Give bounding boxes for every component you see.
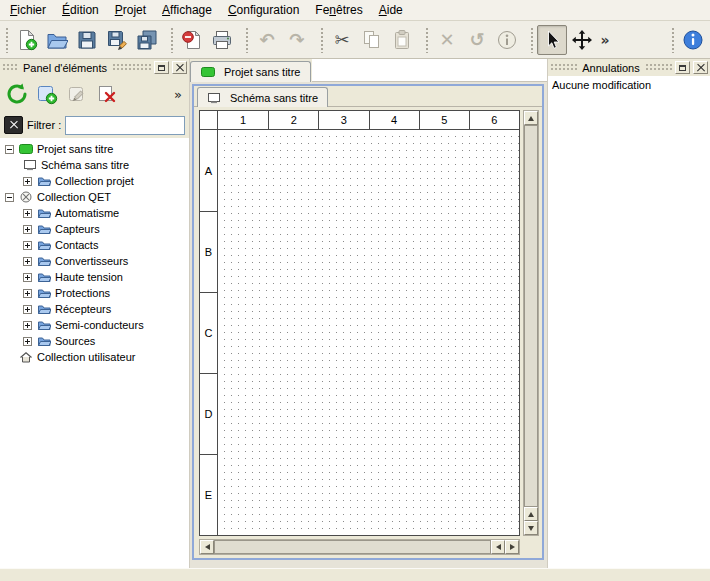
tree-item-schema-sans-titre[interactable]: Schéma sans titre <box>0 157 189 173</box>
toolbar-drag-handle[interactable] <box>530 27 534 53</box>
clear-filter-button[interactable] <box>4 116 23 134</box>
folder-icon <box>37 303 51 315</box>
diagram-canvas[interactable]: 1 2 3 4 5 6 A B C D E <box>199 110 520 536</box>
filter-row: Filtrer : <box>0 112 189 138</box>
expand-expander-icon[interactable] <box>23 321 32 330</box>
tree-item-convertisseurs[interactable]: Convertisseurs <box>0 253 189 269</box>
menu-projet[interactable]: Projet <box>107 0 154 20</box>
print-button[interactable] <box>207 25 237 55</box>
tree-item-protections[interactable]: Protections <box>0 285 189 301</box>
cut-button[interactable]: ✂ <box>327 25 357 55</box>
select-mode-button[interactable] <box>537 25 567 55</box>
redo-icon: ↷ <box>289 31 304 49</box>
new-project-button[interactable] <box>12 25 42 55</box>
scroll-right-button[interactable] <box>505 540 519 554</box>
menu-aide[interactable]: Aide <box>371 0 411 20</box>
reload-icon <box>5 82 29 106</box>
scroll-up-button[interactable] <box>524 507 538 521</box>
element-info-button[interactable] <box>492 25 522 55</box>
open-project-button[interactable] <box>42 25 72 55</box>
toolbar-overflow-button[interactable]: » <box>597 25 613 55</box>
row-header: D <box>200 373 218 454</box>
menu-fenetres[interactable]: Fenêtres <box>307 0 370 20</box>
toolbar-drag-handle[interactable] <box>245 27 249 53</box>
toolbar-drag-handle[interactable] <box>425 27 429 53</box>
tree-item-collection-utilisateur[interactable]: Collection utilisateur <box>0 349 189 365</box>
about-qet-button[interactable] <box>678 25 708 55</box>
menu-edition[interactable]: Édition <box>54 0 107 20</box>
dotted-grid[interactable] <box>218 130 519 535</box>
scroll-left-button[interactable] <box>200 540 214 554</box>
expand-expander-icon[interactable] <box>23 241 32 250</box>
vertical-scrollbar[interactable] <box>523 110 539 536</box>
undo-history-list[interactable]: Aucune modification <box>548 76 710 568</box>
horizontal-scrollbar[interactable] <box>199 539 520 555</box>
expand-expander-icon[interactable] <box>23 273 32 282</box>
row-header: C <box>200 292 218 373</box>
collapse-expander-icon[interactable] <box>5 193 14 202</box>
menu-configuration[interactable]: Configuration <box>220 0 307 20</box>
scroll-down-button[interactable] <box>524 521 538 535</box>
expand-expander-icon[interactable] <box>23 225 32 234</box>
menu-fichier[interactable]: Fichier <box>2 0 54 20</box>
expand-expander-icon[interactable] <box>23 337 32 346</box>
mdi-area: Schéma sans titre 1 2 3 4 5 6 A <box>190 82 547 568</box>
expand-expander-icon[interactable] <box>23 257 32 266</box>
tree-item-semi-conducteurs[interactable]: Semi-conducteurs <box>0 317 189 333</box>
close-panel-button[interactable] <box>693 61 708 74</box>
tree-item-capteurs[interactable]: Capteurs <box>0 221 189 237</box>
elements-collection-tree[interactable]: Projet sans titre Schéma sans titre Coll… <box>0 138 189 568</box>
toolbar-drag-handle[interactable] <box>170 27 174 53</box>
collapse-expander-icon[interactable] <box>5 145 14 154</box>
close-panel-button[interactable] <box>172 61 187 74</box>
tree-item-collection-qet[interactable]: Collection QET <box>0 189 189 205</box>
expand-expander-icon[interactable] <box>23 289 32 298</box>
tree-item-projet-sans-titre[interactable]: Projet sans titre <box>0 141 189 157</box>
scroll-left-button[interactable] <box>491 540 505 554</box>
pan-mode-button[interactable] <box>567 25 597 55</box>
undo-button[interactable]: ↶ <box>252 25 282 55</box>
paste-button[interactable] <box>387 25 417 55</box>
delete-button[interactable]: ✕ <box>432 25 462 55</box>
tab-projet-sans-titre[interactable]: Projet sans titre <box>190 61 311 82</box>
paste-icon <box>391 29 413 51</box>
tree-item-sources[interactable]: Sources <box>0 333 189 349</box>
expand-expander-icon[interactable] <box>23 177 32 186</box>
float-panel-button[interactable] <box>675 61 690 74</box>
filter-input[interactable] <box>65 116 185 135</box>
menu-affichage[interactable]: Affichage <box>154 0 220 20</box>
save-button[interactable] <box>72 25 102 55</box>
toolbar-drag-handle[interactable] <box>320 27 324 53</box>
toolbar-drag-handle[interactable] <box>5 27 9 53</box>
horizontal-scroll-thumb[interactable] <box>214 540 491 554</box>
new-element-button[interactable] <box>33 80 61 108</box>
tree-item-automatisme[interactable]: Automatisme <box>0 205 189 221</box>
tab-schema-sans-titre[interactable]: Schéma sans titre <box>197 87 328 107</box>
toolbar-drag-handle[interactable] <box>671 27 675 53</box>
expand-expander-icon[interactable] <box>23 305 32 314</box>
vertical-scroll-thumb[interactable] <box>524 125 538 507</box>
column-header: 3 <box>318 111 368 130</box>
expand-expander-icon[interactable] <box>23 209 32 218</box>
tree-item-contacts[interactable]: Contacts <box>0 237 189 253</box>
tree-item-collection-projet[interactable]: Collection projet <box>0 173 189 189</box>
close-file-button[interactable] <box>177 25 207 55</box>
tree-item-haute-tension[interactable]: Haute tension <box>0 269 189 285</box>
copy-button[interactable] <box>357 25 387 55</box>
rotate-button[interactable]: ↺ <box>462 25 492 55</box>
tree-item-recepteurs[interactable]: Récepteurs <box>0 301 189 317</box>
delete-element-button[interactable] <box>93 80 121 108</box>
save-all-button[interactable] <box>132 25 162 55</box>
schema-icon <box>207 92 221 104</box>
save-as-button[interactable] <box>102 25 132 55</box>
project-child-window[interactable]: Schéma sans titre 1 2 3 4 5 6 A <box>192 84 544 560</box>
reload-collections-button[interactable] <box>3 80 31 108</box>
project-icon <box>201 66 215 78</box>
scroll-up-button[interactable] <box>524 111 538 125</box>
panel-toolbar-overflow-button[interactable]: » <box>170 87 186 102</box>
edit-element-button[interactable] <box>63 80 91 108</box>
redo-button[interactable]: ↷ <box>282 25 312 55</box>
elements-panel-titlebar[interactable]: Panel d'éléments <box>0 59 189 76</box>
undo-panel-titlebar[interactable]: Annulations <box>548 59 710 76</box>
float-panel-button[interactable] <box>154 61 169 74</box>
